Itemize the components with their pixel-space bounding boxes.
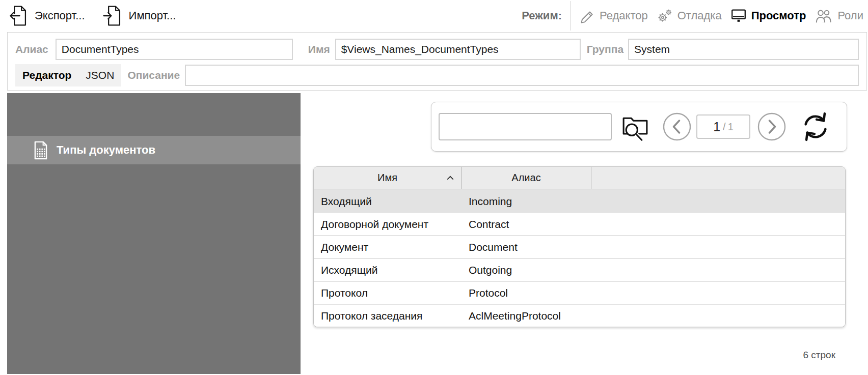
cell-alias: Protocol — [462, 287, 591, 299]
mode-editor-label: Редактор — [600, 9, 648, 22]
cell-alias: Contract — [462, 218, 591, 230]
cell-name: Исходящий — [314, 264, 462, 276]
column-header-name[interactable]: Имя — [314, 167, 462, 189]
next-page-button[interactable] — [757, 112, 786, 141]
chevron-left-icon — [663, 112, 691, 141]
tab-json[interactable]: JSON — [78, 64, 121, 86]
top-toolbar: Экспорт... Импорт... Режим: Редактор — [0, 0, 868, 32]
cell-alias: Incoming — [462, 195, 591, 208]
alias-input[interactable] — [56, 39, 293, 60]
editor-tabs: Редактор JSON — [15, 64, 121, 86]
sidebar-item-document-types[interactable]: Типы документов — [7, 136, 301, 164]
alias-label: Алиас — [15, 43, 48, 55]
export-button[interactable]: Экспорт... — [8, 5, 85, 27]
page-indicator[interactable]: 1 / 1 — [696, 114, 750, 139]
mode-roles-label: Роли — [837, 9, 863, 22]
tab-editor[interactable]: Редактор — [15, 64, 78, 86]
mode-roles-button[interactable]: Роли — [815, 8, 863, 23]
mode-view-button[interactable]: Просмотр — [730, 8, 806, 23]
toolbar-divider — [571, 1, 571, 31]
total-pages: 1 — [728, 121, 734, 133]
prev-page-button[interactable] — [663, 112, 691, 141]
name-label: Имя — [308, 43, 330, 55]
group-input[interactable] — [628, 39, 859, 60]
current-page: 1 — [713, 120, 720, 134]
export-document-icon — [8, 5, 29, 27]
app-window: Экспорт... Импорт... Режим: Редактор — [0, 0, 868, 375]
mode-caption: Режим: — [522, 9, 562, 22]
monitor-icon — [730, 8, 747, 23]
search-icon — [621, 112, 649, 141]
cell-alias: Document — [462, 241, 591, 253]
group-label: Группа — [587, 43, 623, 55]
table-row[interactable]: Протокол Protocol — [314, 281, 845, 304]
table-row[interactable]: Документ Document — [314, 235, 845, 258]
cell-name: Договорной документ — [314, 218, 462, 230]
refresh-icon — [799, 110, 832, 143]
mode-debug-label: Отладка — [677, 9, 722, 22]
chevron-right-icon — [757, 112, 786, 141]
editor-tabs-row: Редактор JSON Описание — [15, 65, 859, 86]
sort-ascending-icon — [446, 175, 454, 181]
properties-row: Алиас Имя Группа — [15, 39, 859, 60]
sidebar-item-label: Типы документов — [57, 143, 155, 157]
page-separator: / — [723, 121, 726, 133]
mode-switcher: Режим: Редактор Отладка — [522, 0, 863, 32]
people-icon — [815, 8, 833, 23]
mode-view-label: Просмотр — [751, 9, 806, 22]
view-properties-panel: Алиас Имя Группа Редактор JSON Описание — [7, 32, 867, 91]
document-types-table: Имя Алиас Входящий Incoming Договорной д… — [313, 166, 846, 327]
column-header-empty[interactable] — [591, 167, 845, 189]
import-label: Импорт... — [129, 9, 176, 22]
column-header-alias-label: Алиас — [511, 172, 540, 184]
column-header-alias[interactable]: Алиас — [462, 167, 591, 189]
views-sidebar: Типы документов — [7, 93, 301, 374]
pencil-icon — [580, 8, 595, 24]
cell-alias: Outgoing — [462, 264, 591, 276]
table-row[interactable]: Договорной документ Contract — [314, 212, 845, 235]
table-row[interactable]: Протокол заседания AclMeetingProtocol — [314, 304, 845, 327]
description-input[interactable] — [185, 65, 859, 86]
export-label: Экспорт... — [35, 9, 85, 22]
document-grid-icon — [33, 141, 48, 160]
cell-name: Протокол заседания — [314, 310, 462, 322]
import-document-icon — [102, 5, 123, 27]
table-row[interactable]: Исходящий Outgoing — [314, 258, 845, 281]
refresh-button[interactable] — [799, 110, 832, 143]
search-input[interactable] — [439, 113, 612, 140]
cell-name: Входящий — [314, 195, 462, 208]
grid-toolbar: 1 / 1 — [431, 102, 847, 152]
mode-debug-button[interactable]: Отладка — [657, 8, 722, 23]
cell-name: Протокол — [314, 287, 462, 299]
search-button[interactable] — [621, 112, 649, 141]
cell-alias: AclMeetingProtocol — [462, 310, 591, 322]
import-button[interactable]: Импорт... — [102, 5, 176, 27]
cell-name: Документ — [314, 241, 462, 253]
row-count: 6 строк — [803, 350, 836, 361]
column-header-name-label: Имя — [377, 172, 397, 184]
description-label: Описание — [127, 69, 180, 81]
mode-editor-button[interactable]: Редактор — [580, 8, 648, 24]
gears-icon — [657, 8, 673, 23]
name-input[interactable] — [335, 39, 581, 60]
table-header: Имя Алиас — [314, 167, 845, 189]
table-row[interactable]: Входящий Incoming — [314, 189, 845, 212]
